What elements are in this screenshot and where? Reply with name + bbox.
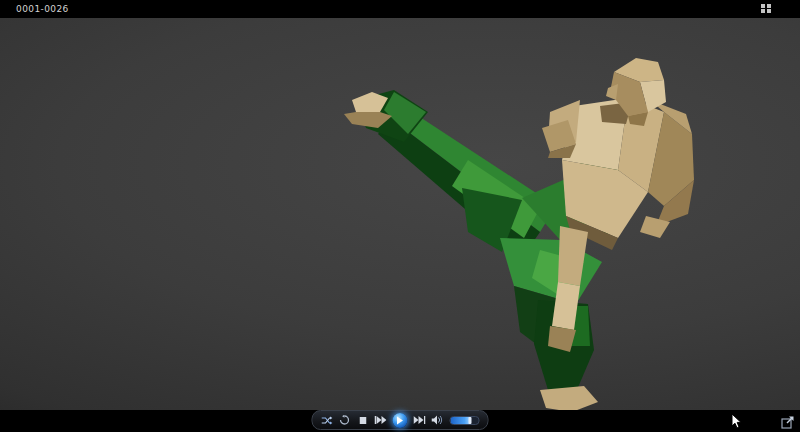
stop-icon bbox=[359, 417, 366, 424]
media-player-window: 0001-0026 bbox=[0, 0, 800, 432]
previous-button[interactable] bbox=[375, 414, 387, 426]
volume-slider[interactable] bbox=[450, 416, 480, 425]
video-viewport[interactable] bbox=[0, 0, 800, 432]
shuffle-button[interactable] bbox=[321, 414, 333, 426]
shuffle-icon bbox=[321, 416, 332, 425]
volume-knob[interactable] bbox=[469, 417, 472, 424]
previous-icon bbox=[375, 416, 387, 424]
playback-controls bbox=[312, 410, 489, 430]
next-button[interactable] bbox=[414, 414, 426, 426]
rendered-character bbox=[0, 0, 800, 432]
play-button[interactable] bbox=[393, 413, 408, 428]
speaker-icon bbox=[432, 415, 444, 425]
play-icon bbox=[397, 416, 404, 425]
repeat-button[interactable] bbox=[339, 414, 351, 426]
next-icon bbox=[414, 416, 426, 424]
exit-fullscreen-icon[interactable] bbox=[781, 415, 794, 428]
top-bar: 0001-0026 bbox=[0, 0, 800, 18]
repeat-icon bbox=[340, 415, 350, 425]
stop-button[interactable] bbox=[357, 414, 369, 426]
mute-button[interactable] bbox=[432, 414, 444, 426]
grid-icon[interactable] bbox=[761, 4, 772, 15]
frame-range-label: 0001-0026 bbox=[16, 4, 69, 14]
volume-fill bbox=[451, 417, 471, 424]
